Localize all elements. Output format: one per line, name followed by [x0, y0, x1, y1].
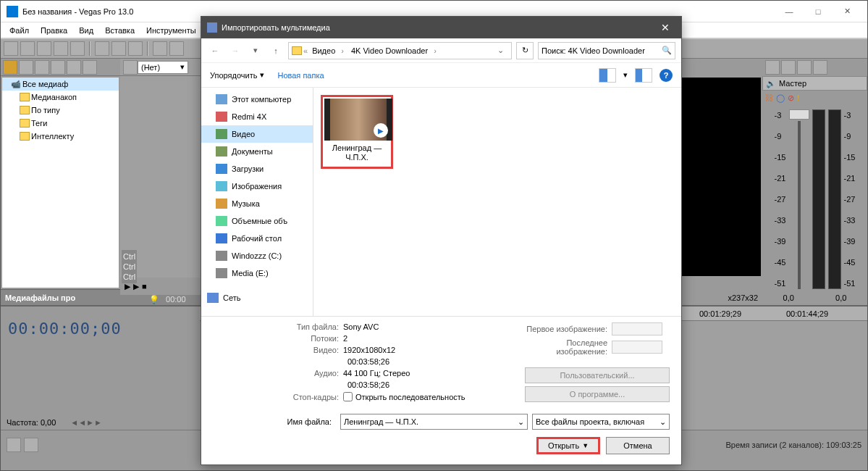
maximize-button[interactable]: □ — [804, 1, 833, 22]
tree-downloads[interactable]: Загрузки — [201, 160, 313, 178]
media-btn[interactable] — [67, 60, 81, 75]
mute-icon[interactable]: ⊘ — [788, 93, 794, 103]
new-folder-button[interactable]: Новая папка — [277, 71, 324, 80]
minimize-button[interactable]: — — [775, 1, 804, 22]
tree-desktop[interactable]: Рабочий стол — [201, 230, 313, 247]
tool-new[interactable] — [4, 41, 18, 56]
nav-up-button[interactable]: ↑ — [268, 43, 284, 59]
view-mode-button[interactable] — [599, 68, 616, 83]
tool-props[interactable] — [70, 41, 85, 56]
fx-dropdown[interactable]: (Нет)▾ — [138, 61, 188, 74]
center-btn[interactable] — [123, 60, 138, 75]
filename-input[interactable]: Ленинград — Ч.П.Х.⌄ — [340, 414, 528, 430]
media-btn[interactable] — [51, 60, 65, 75]
crumb-dropdown[interactable]: ⌄ — [493, 46, 508, 55]
nav-recent-button[interactable]: ▾ — [248, 43, 264, 59]
tree-documents[interactable]: Документы — [201, 143, 313, 160]
media-tree[interactable]: 📹Все медиаф Медианакоп По типу Теги Инте… — [2, 78, 119, 288]
dialog-close-button[interactable]: ✕ — [655, 20, 675, 36]
first-image-field — [612, 322, 662, 335]
import-dialog: Импортировать мультимедиа ✕ ← → ▾ ↑ « Ви… — [201, 16, 682, 465]
tool-open[interactable] — [20, 41, 35, 56]
help-button[interactable]: ? — [660, 69, 673, 82]
search-input[interactable]: Поиск: 4K Video Downloader🔍 — [538, 42, 675, 59]
tree-phone[interactable]: Redmi 4X — [201, 108, 313, 125]
tool-btn[interactable] — [24, 438, 38, 452]
file-item-selected[interactable]: ▶ Ленинград — Ч.П.Х. — [321, 95, 393, 169]
tree-item[interactable]: Интеллекту — [2, 130, 119, 143]
breadcrumb[interactable]: « Видео 4K Video Downloader ⌄ — [288, 42, 512, 59]
tree-pictures[interactable]: Изображения — [201, 178, 313, 195]
filetype-filter[interactable]: Все файлы проекта, включая⌄ — [532, 414, 670, 430]
fader-cap[interactable] — [789, 109, 809, 120]
master-btn[interactable] — [765, 60, 780, 75]
open-button[interactable]: Открыть▼ — [536, 437, 600, 454]
media-btn[interactable] — [3, 60, 17, 75]
tool-undo[interactable] — [153, 41, 167, 56]
master-tools: ⛓ ◯ ⊘ ! — [762, 91, 867, 105]
media-btn[interactable] — [35, 60, 49, 75]
menu-tools[interactable]: Инструменты — [140, 24, 202, 37]
nav-forward-button[interactable]: → — [227, 43, 243, 59]
about-button[interactable]: О программе... — [525, 386, 670, 402]
camera-icon: 📹 — [11, 80, 21, 89]
master-btn[interactable] — [797, 60, 812, 75]
meter-l — [812, 109, 825, 289]
preview-pane-button[interactable] — [635, 68, 652, 83]
circle-icon[interactable]: ◯ — [776, 93, 785, 103]
tree-video[interactable]: Видео — [201, 125, 313, 143]
tree-item[interactable]: Теги — [2, 117, 119, 130]
dropdown-arrow[interactable]: ▾ — [623, 70, 628, 80]
music-icon — [216, 199, 227, 209]
stop-icon[interactable]: ■ — [142, 282, 147, 291]
tree-music[interactable]: Музыка — [201, 195, 313, 212]
master-btn[interactable] — [781, 60, 796, 75]
tree-disk-c[interactable]: Windozzz (C:) — [201, 247, 313, 264]
crumb-video[interactable]: Видео — [309, 46, 347, 55]
menu-view[interactable]: Вид — [73, 24, 99, 37]
tool-btn[interactable] — [7, 438, 21, 452]
file-name: Ленинград — Ч.П.Х. — [324, 141, 389, 165]
scrub-icon[interactable]: ◄◄►► — [70, 418, 102, 427]
tool-render[interactable] — [54, 41, 68, 56]
tree-all-media[interactable]: 📹Все медиаф — [2, 78, 119, 91]
fader-track[interactable] — [798, 121, 801, 289]
nav-back-button[interactable]: ← — [207, 43, 223, 59]
window-title: Без названия - Vegas Pro 13.0 — [22, 7, 133, 16]
tree-item[interactable]: Медианакоп — [2, 91, 119, 104]
tree-disk-e[interactable]: Media (E:) — [201, 264, 313, 282]
file-list[interactable]: ▶ Ленинград — Ч.П.Х. — [313, 88, 681, 316]
tree-this-pc[interactable]: Этот компьютер — [201, 91, 313, 108]
custom-button[interactable]: Пользовательский... — [525, 367, 670, 383]
tree-network[interactable]: Сеть — [201, 289, 313, 307]
tool-copy[interactable] — [111, 41, 126, 56]
tool-save[interactable] — [37, 41, 51, 56]
play-overlay-icon: ▶ — [374, 123, 388, 138]
timecode-display[interactable]: 00:00:00;00 — [1, 307, 200, 351]
tree-item[interactable]: По типу — [2, 104, 119, 117]
cancel-button[interactable]: Отмена — [606, 437, 670, 454]
tool-paste[interactable] — [128, 41, 143, 56]
speaker-icon: 🔊 — [766, 79, 776, 88]
crumb-4k[interactable]: 4K Video Downloader — [348, 46, 439, 55]
meter-scale: -3-9-15-21-27-33-39-45-51 — [844, 109, 856, 289]
dialog-tree[interactable]: Этот компьютер Redmi 4X Видео Документы … — [201, 88, 313, 316]
menu-file[interactable]: Файл — [4, 24, 35, 37]
master-btn[interactable] — [813, 60, 827, 75]
menu-insert[interactable]: Вставка — [99, 24, 140, 37]
3d-icon — [216, 216, 227, 226]
refresh-button[interactable]: ↻ — [516, 42, 534, 59]
tree-3d[interactable]: Объемные объ — [201, 212, 313, 230]
media-btn[interactable] — [19, 60, 33, 75]
tool-cut[interactable] — [95, 41, 109, 56]
sequence-checkbox[interactable] — [343, 392, 353, 401]
menu-edit[interactable]: Правка — [35, 24, 73, 37]
close-button[interactable]: ✕ — [833, 1, 861, 22]
media-btn[interactable] — [83, 60, 97, 75]
tool-redo[interactable] — [169, 41, 184, 56]
media-tab[interactable]: Медиафайлы про — [1, 289, 120, 305]
organize-button[interactable]: Упорядочить▾ — [210, 70, 264, 80]
master-header[interactable]: 🔊 Мастер — [762, 76, 867, 91]
solo-icon[interactable]: ! — [797, 93, 799, 102]
link-icon[interactable]: ⛓ — [765, 93, 773, 102]
